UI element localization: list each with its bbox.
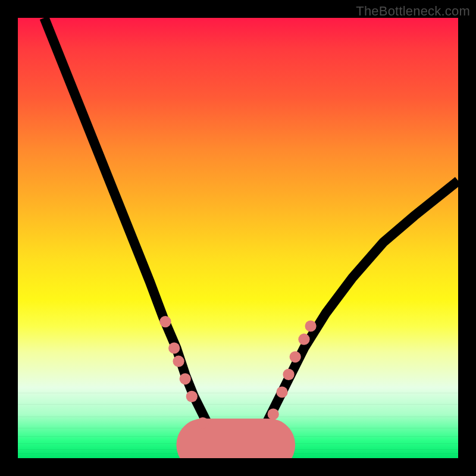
data-dot bbox=[290, 351, 301, 362]
watermark-label: TheBottleneck.com bbox=[356, 4, 470, 19]
bottleneck-curve bbox=[44, 18, 458, 445]
data-dot bbox=[168, 342, 180, 353]
data-dot bbox=[197, 417, 208, 428]
data-dot bbox=[298, 334, 309, 345]
data-dot bbox=[180, 373, 191, 384]
chart-svg bbox=[18, 18, 458, 458]
data-dot bbox=[186, 391, 198, 402]
data-dot bbox=[276, 386, 287, 397]
data-dot bbox=[159, 316, 171, 327]
data-dot bbox=[268, 408, 279, 419]
data-dot bbox=[305, 320, 316, 331]
chart-frame: TheBottleneck.com bbox=[0, 0, 476, 476]
data-dot bbox=[283, 369, 294, 380]
data-dot bbox=[173, 356, 184, 367]
plot-area bbox=[18, 18, 458, 458]
